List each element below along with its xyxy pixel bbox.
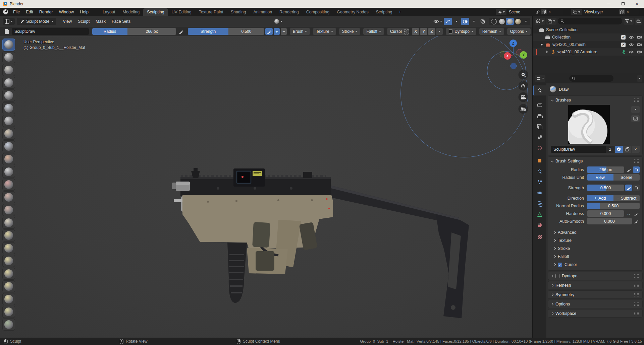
hardness-invert-button[interactable]: ↔ [625, 210, 632, 217]
brush-falloff-dropdown[interactable] [274, 19, 282, 24]
tool-multiplane-scrape[interactable] [3, 204, 15, 216]
close-button[interactable]: ✕ [630, 0, 644, 8]
strength-slider[interactable]: 0.500 [587, 185, 624, 191]
add-workspace-button[interactable]: + [396, 8, 404, 16]
viewlayer-remove-button[interactable]: × [627, 10, 629, 14]
subpanel-stroke[interactable]: Stroke [548, 245, 642, 253]
brush-name-field[interactable]: SculptDraw [551, 146, 606, 153]
outliner-filter-button[interactable] [624, 18, 634, 25]
collapse-triangle-icon[interactable] [546, 51, 548, 53]
hide-eye-icon[interactable] [629, 50, 634, 54]
brushes-panel-header[interactable]: Brushes [548, 96, 642, 104]
tool-fill[interactable] [3, 179, 15, 190]
tool-clay-strips[interactable] [3, 77, 15, 88]
tab-scene[interactable] [533, 132, 546, 142]
direction-subtract-button[interactable]: − [281, 28, 287, 35]
panel-drag-dots[interactable] [634, 283, 639, 287]
properties-search-input[interactable] [577, 76, 611, 81]
tool-rotate[interactable] [3, 306, 15, 318]
viewlayer-copy-button[interactable] [619, 9, 625, 14]
outliner-search-input[interactable] [566, 19, 620, 23]
tool-pose[interactable] [3, 281, 15, 292]
editor-type-selector[interactable] [3, 18, 15, 25]
symmetry-z-toggle[interactable]: Z [428, 28, 435, 35]
gizmos-toggle[interactable] [444, 18, 452, 25]
tool-nudge[interactable] [3, 293, 15, 305]
object-visibility-dropdown[interactable] [432, 18, 443, 25]
3d-viewport[interactable]: User Perspective (1) Group_0_Sub_1__Hols… [0, 36, 532, 338]
tool-thumb[interactable] [3, 268, 15, 279]
tab-uv-editing[interactable]: UV Editing [168, 8, 195, 16]
outliner-row-armature[interactable]: wp4201_00 Armature [533, 48, 644, 56]
fake-user-shield-button[interactable] [615, 146, 623, 153]
remesh-panel[interactable]: Remesh [548, 281, 643, 289]
panel-drag-dots[interactable] [634, 98, 639, 102]
hide-eye-icon[interactable] [629, 43, 634, 47]
brush-preview-thumbnail[interactable] [568, 105, 610, 144]
tab-compositing[interactable]: Compositing [303, 8, 333, 16]
blender-menu-icon[interactable] [3, 9, 8, 14]
overlays-toggle[interactable] [461, 18, 469, 25]
scene-browse-button[interactable] [496, 9, 506, 15]
xray-toggle[interactable] [479, 18, 487, 25]
tool-pinch[interactable] [3, 217, 15, 228]
shading-dropdown[interactable] [522, 18, 530, 25]
menu-view[interactable]: View [60, 18, 75, 25]
tool-elastic-deform[interactable] [3, 243, 15, 254]
disable-render-camera-icon[interactable] [637, 50, 642, 54]
brush-users-count[interactable]: 2 [606, 146, 614, 153]
tab-geometry-nodes[interactable]: Geometry Nodes [333, 8, 372, 16]
outliner-search[interactable] [558, 18, 622, 24]
scene-name-field[interactable]: Scene × [507, 9, 563, 15]
minimize-button[interactable] [602, 0, 616, 8]
unified-strength-button[interactable] [633, 185, 640, 191]
overlays-dropdown[interactable] [470, 18, 478, 25]
subpanel-cursor[interactable]: ✓Cursor [548, 261, 642, 269]
panel-drag-dots[interactable] [634, 159, 639, 163]
tool-grab[interactable] [3, 230, 15, 241]
tool-inflate[interactable] [3, 115, 15, 127]
radius-slider[interactable]: 266 px [587, 166, 624, 173]
expand-triangle-icon[interactable] [540, 44, 543, 46]
new-collection-button[interactable] [635, 18, 642, 25]
symmetry-dropdown[interactable] [436, 28, 443, 35]
radius-unit-scene-button[interactable]: Scene [613, 174, 640, 181]
texture-popover[interactable]: Texture [313, 28, 336, 35]
shading-wireframe-button[interactable] [490, 18, 498, 25]
strength-pressure-button[interactable] [625, 185, 632, 191]
outliner-row-mesh[interactable]: wp4201_00.mesh ✓ [533, 41, 644, 48]
subpanel-texture[interactable]: Texture [548, 236, 642, 245]
tab-tool[interactable] [533, 85, 546, 95]
menu-file[interactable]: File [10, 9, 23, 15]
shading-rendered-button[interactable] [514, 18, 522, 25]
symmetry-y-toggle[interactable]: Y [420, 28, 427, 35]
workspace-panel[interactable]: Workspace [548, 309, 643, 318]
tab-object[interactable] [533, 156, 546, 166]
dyntopo-checkbox[interactable] [449, 29, 453, 33]
unified-radius-button[interactable] [633, 166, 640, 173]
menu-mask[interactable]: Mask [93, 18, 109, 25]
tab-particles[interactable] [533, 177, 546, 187]
radius-pressure-button[interactable] [177, 28, 184, 35]
normal-radius-slider[interactable]: 0.500 [587, 203, 640, 209]
tool-clay[interactable] [3, 64, 15, 76]
auto-smooth-pressure-button[interactable] [633, 218, 640, 224]
brush-duplicate-button[interactable] [623, 146, 631, 153]
menu-help[interactable]: Help [77, 9, 92, 15]
dyntopo-panel[interactable]: Dyntopo [548, 272, 643, 280]
tool-crease[interactable] [3, 141, 15, 152]
dyntopo-checkbox[interactable] [555, 274, 559, 278]
radius-unit-view-button[interactable]: View [587, 174, 613, 181]
panel-drag-dots[interactable] [634, 302, 639, 306]
brush-datablock-icon[interactable] [5, 29, 9, 34]
outliner-row-collection[interactable]: Collection ✓ [533, 33, 644, 41]
properties-options-dropdown[interactable] [637, 75, 642, 82]
direction-add-button[interactable]: + [274, 28, 280, 35]
disable-render-camera-icon[interactable] [637, 43, 642, 47]
strength-pressure-button[interactable] [265, 28, 273, 35]
shading-material-preview-button[interactable] [506, 18, 514, 25]
tab-view-layer[interactable] [533, 122, 546, 132]
panel-drag-dots[interactable] [634, 293, 639, 296]
tab-texture[interactable] [533, 232, 546, 242]
tab-constraints[interactable] [533, 199, 546, 209]
